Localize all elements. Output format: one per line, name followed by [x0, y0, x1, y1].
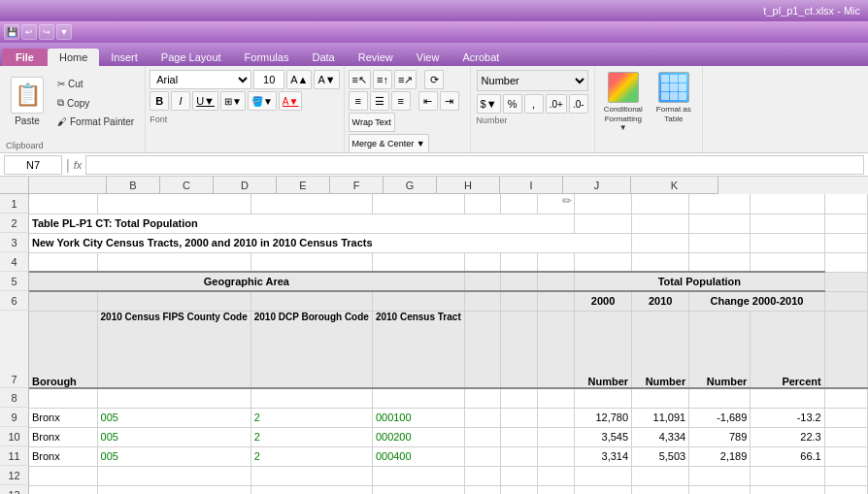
cell-h12[interactable]: [575, 466, 632, 485]
cell-d8[interactable]: [372, 388, 464, 408]
percent-btn[interactable]: %: [503, 94, 522, 114]
indent-decrease[interactable]: ⇤: [418, 91, 438, 111]
cell-l11[interactable]: [824, 446, 867, 466]
tab-file[interactable]: File: [2, 49, 48, 66]
cell-l6[interactable]: [824, 291, 867, 311]
cell-f8[interactable]: [501, 388, 538, 408]
cell-c12[interactable]: [250, 466, 372, 485]
cell-e9[interactable]: [464, 408, 501, 427]
col-header-f[interactable]: F: [330, 177, 384, 194]
align-left[interactable]: ≡: [349, 91, 368, 111]
row-header-9[interactable]: 9: [0, 408, 29, 427]
format-painter-button[interactable]: 🖌 Format Painter: [52, 114, 139, 130]
font-family-select[interactable]: Arial: [150, 70, 251, 89]
cell-b10[interactable]: 005: [97, 427, 250, 446]
cell-k10[interactable]: 22.3: [751, 427, 824, 446]
cell-l12[interactable]: [824, 466, 867, 485]
cell-j7[interactable]: Number: [689, 311, 751, 388]
cell-b9[interactable]: 005: [97, 408, 250, 427]
cell-d12[interactable]: [372, 466, 464, 485]
col-header-g[interactable]: G: [384, 177, 437, 194]
tab-view[interactable]: View: [405, 49, 451, 66]
cell-e6[interactable]: [464, 291, 501, 311]
cell-j9[interactable]: -1,689: [689, 408, 751, 427]
cell-d10[interactable]: 000200: [372, 427, 464, 446]
undo-btn[interactable]: ↩: [21, 24, 37, 40]
cell-h10[interactable]: 3,545: [575, 427, 632, 446]
cell-f13[interactable]: [501, 485, 538, 494]
cell-g12[interactable]: [538, 466, 575, 485]
decrease-font-button[interactable]: A▼: [314, 70, 339, 89]
cell-i12[interactable]: [632, 466, 689, 485]
cell-a1[interactable]: [29, 194, 97, 214]
cell-k11[interactable]: 66.1: [751, 446, 824, 466]
row-header-5[interactable]: 5: [0, 272, 29, 291]
row-header-12[interactable]: 12: [0, 466, 29, 485]
accounting-btn[interactable]: $▼: [477, 94, 501, 114]
cell-j13[interactable]: [689, 485, 751, 494]
increase-decimal-btn[interactable]: .0+: [546, 94, 567, 114]
cell-b1[interactable]: [97, 194, 250, 214]
cell-j12[interactable]: [689, 466, 751, 485]
cell-g9[interactable]: [538, 408, 575, 427]
cell-j4[interactable]: [689, 252, 751, 272]
italic-button[interactable]: I: [171, 91, 190, 111]
cell-i11[interactable]: 5,503: [632, 446, 689, 466]
cell-a11[interactable]: Bronx: [29, 446, 97, 466]
cell-c6[interactable]: [250, 291, 372, 311]
cell-a8[interactable]: [29, 388, 97, 408]
cell-l5[interactable]: [824, 272, 867, 291]
cell-h7[interactable]: Number: [575, 311, 632, 388]
cell-c11[interactable]: 2: [250, 446, 372, 466]
cell-l8[interactable]: [824, 388, 867, 408]
cell-h6[interactable]: 2000: [575, 291, 632, 311]
cell-f4[interactable]: [501, 252, 538, 272]
cell-e7[interactable]: [464, 311, 501, 388]
col-header-b[interactable]: B: [107, 177, 160, 194]
cell-g5[interactable]: [538, 272, 575, 291]
cell-i10[interactable]: 4,334: [632, 427, 689, 446]
tab-data[interactable]: Data: [300, 49, 346, 66]
cell-c13[interactable]: [250, 485, 372, 494]
cell-b4[interactable]: [97, 252, 250, 272]
align-center[interactable]: ☰: [370, 91, 389, 111]
cell-h2[interactable]: [575, 214, 632, 233]
cell-f1[interactable]: [501, 194, 538, 214]
cell-f11[interactable]: [501, 446, 538, 466]
cell-a2[interactable]: Table PL-P1 CT: Total Population: [29, 214, 575, 233]
row-header-7[interactable]: 7: [0, 311, 29, 388]
align-top-center[interactable]: ≡↑: [373, 70, 392, 89]
decrease-decimal-btn[interactable]: .0-: [569, 94, 588, 114]
cell-i8[interactable]: [632, 388, 689, 408]
font-size-input[interactable]: [253, 70, 284, 89]
cell-i1[interactable]: [632, 194, 689, 214]
border-button[interactable]: ⊞▼: [220, 91, 246, 111]
cell-e1[interactable]: [464, 194, 501, 214]
col-header-d[interactable]: D: [214, 177, 277, 194]
cell-e13[interactable]: [464, 485, 501, 494]
cell-c9[interactable]: 2: [250, 408, 372, 427]
row-header-2[interactable]: 2: [0, 214, 29, 233]
indent-increase[interactable]: ⇥: [440, 91, 459, 111]
underline-button[interactable]: U▼: [192, 91, 218, 111]
cell-h9[interactable]: 12,780: [575, 408, 632, 427]
cell-l10[interactable]: [824, 427, 867, 446]
col-header-a[interactable]: [29, 177, 107, 194]
cell-reference-input[interactable]: [4, 155, 62, 175]
cell-i13[interactable]: [632, 485, 689, 494]
text-angle-btn[interactable]: ⟳: [424, 70, 444, 89]
cell-k13[interactable]: [751, 485, 824, 494]
conditional-formatting-button[interactable]: ConditionalFormatting ▼: [599, 70, 648, 150]
cell-b7[interactable]: 2010 Census FIPS County Code: [97, 311, 250, 388]
cell-a12[interactable]: [29, 466, 97, 485]
cell-d11[interactable]: 000400: [372, 446, 464, 466]
merge-center-button[interactable]: Merge & Center ▼: [349, 134, 429, 153]
row-header-3[interactable]: 3: [0, 233, 29, 252]
format-as-table-button[interactable]: Format as Table: [650, 70, 698, 150]
cell-l13[interactable]: [824, 485, 867, 494]
cell-e10[interactable]: [464, 427, 501, 446]
cell-j11[interactable]: 2,189: [689, 446, 751, 466]
cell-d9[interactable]: 000100: [372, 408, 464, 427]
cell-a5[interactable]: Geographic Area: [29, 272, 464, 291]
tab-review[interactable]: Review: [347, 49, 405, 66]
